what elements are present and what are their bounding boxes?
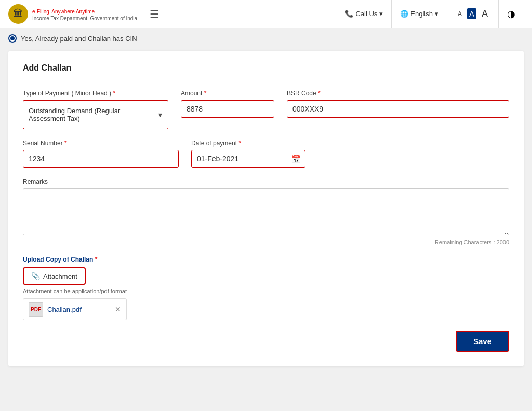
type-of-payment-label: Type of Payment ( Minor Head ) * — [23, 90, 168, 97]
attachment-hint: Attachment can be application/pdf format — [23, 288, 509, 294]
radio-row: Yes, Already paid and Challan has CIN — [8, 34, 524, 43]
hamburger-menu[interactable]: ☰ — [150, 8, 159, 20]
required-star-date: * — [238, 140, 241, 147]
remaining-chars: Remaining Characters : 2000 — [23, 239, 509, 245]
attachment-btn-label: Attachment — [43, 272, 77, 280]
save-button[interactable]: Save — [456, 331, 509, 352]
font-small-button[interactable]: A — [456, 9, 464, 19]
logo-tagline: Anywhere Anytime — [51, 9, 95, 15]
file-close-button[interactable]: ✕ — [115, 305, 121, 313]
date-of-payment-input[interactable] — [191, 150, 305, 168]
serial-number-label: Serial Number * — [23, 140, 179, 147]
remarks-textarea[interactable] — [23, 188, 509, 235]
serial-number-group: Serial Number * — [23, 140, 179, 168]
call-us-chevron: ▾ — [379, 10, 383, 18]
type-of-payment-select-wrapper: Outstanding Demand (Regular Assessment T… — [23, 100, 168, 129]
font-controls: A A A — [447, 0, 499, 28]
logo: 🏛 e-Filing Anywhere Anytime Income Tax D… — [8, 4, 137, 24]
font-large-button[interactable]: A — [480, 7, 490, 20]
amount-label: Amount * — [181, 90, 274, 97]
logo-efiling: e-Filing Anywhere Anytime — [32, 6, 137, 16]
language-button[interactable]: 🌐 English ▾ — [392, 0, 447, 28]
type-of-payment-group: Type of Payment ( Minor Head ) * Outstan… — [23, 90, 168, 129]
upload-label: Upload Copy of Challan * — [23, 256, 509, 263]
required-star-bsr: * — [318, 90, 321, 97]
font-medium-button[interactable]: A — [467, 8, 476, 19]
card-title: Add Challan — [23, 63, 509, 79]
bsr-code-input[interactable] — [287, 100, 509, 118]
remarks-group: Remarks Remaining Characters : 2000 — [23, 178, 509, 245]
serial-number-input[interactable] — [23, 150, 179, 168]
attachment-button[interactable]: 📎 Attachment — [23, 267, 86, 285]
phone-icon: 📞 — [345, 10, 353, 18]
call-us-button[interactable]: 📞 Call Us ▾ — [337, 0, 392, 28]
language-chevron: ▾ — [435, 10, 438, 18]
radio-already-paid[interactable] — [8, 34, 17, 43]
date-of-payment-group: Date of payment * 📅 — [191, 140, 305, 168]
globe-icon: 🌐 — [400, 10, 408, 18]
required-star: * — [113, 90, 115, 97]
required-star-upload: * — [95, 256, 98, 263]
contrast-button[interactable]: ◑ — [499, 0, 524, 28]
file-name: Challan.pdf — [47, 306, 107, 313]
required-star-serial: * — [64, 140, 67, 147]
amount-group: Amount * — [181, 90, 274, 118]
date-of-payment-label: Date of payment * — [191, 140, 305, 147]
amount-input[interactable] — [181, 100, 274, 118]
form-row-remarks: Remarks Remaining Characters : 2000 — [23, 178, 509, 245]
header-right: 📞 Call Us ▾ 🌐 English ▾ A A A ◑ — [337, 0, 524, 28]
type-of-payment-arrow[interactable]: ▾ — [153, 100, 168, 129]
call-us-label: Call Us — [355, 10, 377, 18]
upload-section: Upload Copy of Challan * 📎 Attachment At… — [23, 256, 509, 320]
form-row-2: Serial Number * Date of payment * 📅 — [23, 140, 509, 168]
required-star-amount: * — [204, 90, 207, 97]
header: 🏛 e-Filing Anywhere Anytime Income Tax D… — [0, 0, 532, 28]
paperclip-icon: 📎 — [31, 272, 40, 280]
date-wrapper: 📅 — [191, 150, 305, 168]
logo-subtitle: Income Tax Department, Government of Ind… — [32, 16, 137, 22]
type-of-payment-select[interactable]: Outstanding Demand (Regular Assessment T… — [23, 100, 153, 129]
language-label: English — [410, 10, 433, 18]
main-content: Yes, Already paid and Challan has CIN Ad… — [0, 28, 532, 411]
add-challan-card: Add Challan Type of Payment ( Minor Head… — [8, 51, 524, 366]
bsr-code-label: BSR Code * — [287, 90, 509, 97]
file-item: PDF Challan.pdf ✕ — [23, 298, 127, 320]
logo-emblem: 🏛 — [8, 4, 28, 24]
pdf-icon: PDF — [29, 302, 43, 317]
bsr-code-group: BSR Code * — [287, 90, 509, 118]
bottom-row: Save — [23, 331, 509, 352]
radio-label: Yes, Already paid and Challan has CIN — [21, 35, 137, 43]
remarks-label: Remarks — [23, 178, 509, 185]
logo-text: e-Filing Anywhere Anytime Income Tax Dep… — [32, 6, 137, 22]
form-row-1: Type of Payment ( Minor Head ) * Outstan… — [23, 90, 509, 129]
